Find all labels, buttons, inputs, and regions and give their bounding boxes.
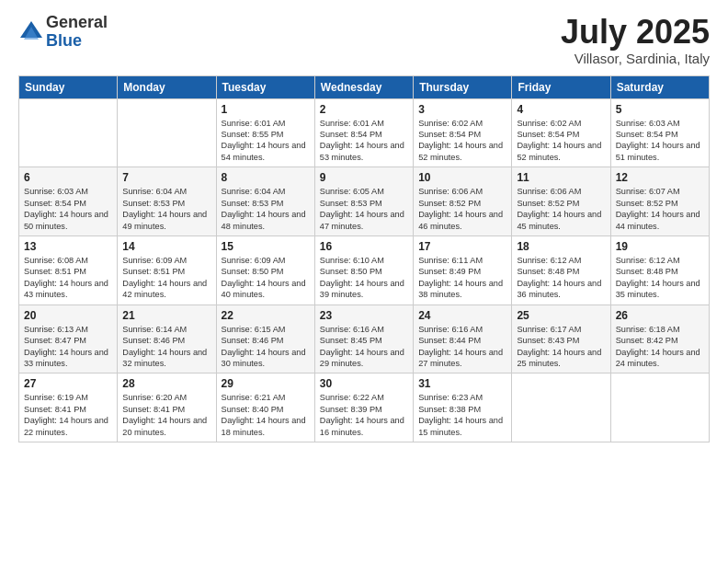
- day-number: 27: [24, 377, 112, 390]
- calendar-cell: 9Sunrise: 6:05 AM Sunset: 8:53 PM Daylig…: [314, 167, 413, 236]
- day-info: Sunrise: 6:23 AM Sunset: 8:38 PM Dayligh…: [418, 392, 506, 438]
- logo: General Blue: [18, 14, 108, 51]
- calendar-cell: 10Sunrise: 6:06 AM Sunset: 8:52 PM Dayli…: [414, 167, 512, 236]
- calendar-cell: 20Sunrise: 6:13 AM Sunset: 8:47 PM Dayli…: [19, 304, 118, 373]
- day-number: 31: [418, 377, 506, 390]
- day-number: 2: [320, 103, 408, 116]
- day-number: 22: [222, 309, 310, 322]
- day-info: Sunrise: 6:05 AM Sunset: 8:53 PM Dayligh…: [320, 186, 408, 232]
- day-number: 10: [418, 171, 506, 184]
- day-number: 24: [418, 309, 506, 322]
- day-info: Sunrise: 6:04 AM Sunset: 8:53 PM Dayligh…: [222, 186, 310, 232]
- day-info: Sunrise: 6:18 AM Sunset: 8:42 PM Dayligh…: [616, 324, 704, 370]
- day-info: Sunrise: 6:03 AM Sunset: 8:54 PM Dayligh…: [616, 118, 704, 164]
- day-info: Sunrise: 6:16 AM Sunset: 8:45 PM Dayligh…: [320, 324, 408, 370]
- day-info: Sunrise: 6:07 AM Sunset: 8:52 PM Dayligh…: [616, 186, 704, 232]
- day-info: Sunrise: 6:20 AM Sunset: 8:41 PM Dayligh…: [122, 392, 210, 438]
- day-number: 17: [418, 240, 506, 253]
- calendar-header-tuesday: Tuesday: [216, 75, 314, 98]
- calendar-cell: 19Sunrise: 6:12 AM Sunset: 8:48 PM Dayli…: [610, 236, 709, 304]
- day-info: Sunrise: 6:21 AM Sunset: 8:40 PM Dayligh…: [222, 392, 310, 438]
- day-info: Sunrise: 6:15 AM Sunset: 8:46 PM Dayligh…: [222, 324, 310, 370]
- calendar-week-5: 27Sunrise: 6:19 AM Sunset: 8:41 PM Dayli…: [19, 373, 710, 442]
- calendar-cell: 21Sunrise: 6:14 AM Sunset: 8:46 PM Dayli…: [118, 304, 216, 373]
- calendar-cell: 8Sunrise: 6:04 AM Sunset: 8:53 PM Daylig…: [216, 167, 314, 236]
- calendar-week-4: 20Sunrise: 6:13 AM Sunset: 8:47 PM Dayli…: [19, 304, 710, 373]
- logo-icon: [18, 19, 44, 45]
- calendar-cell: 18Sunrise: 6:12 AM Sunset: 8:48 PM Dayli…: [512, 236, 610, 304]
- calendar-cell: 5Sunrise: 6:03 AM Sunset: 8:54 PM Daylig…: [610, 98, 709, 167]
- calendar-cell: [118, 98, 216, 167]
- day-info: Sunrise: 6:22 AM Sunset: 8:39 PM Dayligh…: [320, 392, 408, 438]
- calendar-header-saturday: Saturday: [610, 75, 709, 98]
- title-location: Villasor, Sardinia, Italy: [561, 51, 710, 66]
- day-number: 15: [222, 240, 310, 253]
- day-info: Sunrise: 6:01 AM Sunset: 8:54 PM Dayligh…: [320, 118, 408, 164]
- day-info: Sunrise: 6:01 AM Sunset: 8:55 PM Dayligh…: [222, 118, 310, 164]
- day-info: Sunrise: 6:06 AM Sunset: 8:52 PM Dayligh…: [418, 186, 506, 232]
- calendar-cell: 17Sunrise: 6:11 AM Sunset: 8:49 PM Dayli…: [414, 236, 512, 304]
- day-info: Sunrise: 6:12 AM Sunset: 8:48 PM Dayligh…: [517, 255, 605, 301]
- day-number: 8: [222, 171, 310, 184]
- calendar-header-friday: Friday: [512, 75, 610, 98]
- day-info: Sunrise: 6:17 AM Sunset: 8:43 PM Dayligh…: [517, 324, 605, 370]
- day-info: Sunrise: 6:11 AM Sunset: 8:49 PM Dayligh…: [418, 255, 506, 301]
- calendar-cell: 24Sunrise: 6:16 AM Sunset: 8:44 PM Dayli…: [414, 304, 512, 373]
- calendar-cell: [19, 98, 118, 167]
- day-number: 16: [320, 240, 408, 253]
- day-number: 29: [222, 377, 310, 390]
- calendar-week-3: 13Sunrise: 6:08 AM Sunset: 8:51 PM Dayli…: [19, 236, 710, 304]
- calendar-cell: 27Sunrise: 6:19 AM Sunset: 8:41 PM Dayli…: [19, 373, 118, 442]
- calendar-cell: 12Sunrise: 6:07 AM Sunset: 8:52 PM Dayli…: [610, 167, 709, 236]
- day-number: 20: [24, 309, 112, 322]
- calendar: SundayMondayTuesdayWednesdayThursdayFrid…: [18, 75, 710, 442]
- calendar-cell: 6Sunrise: 6:03 AM Sunset: 8:54 PM Daylig…: [19, 167, 118, 236]
- page: General Blue July 2025 Villasor, Sardini…: [0, 0, 728, 563]
- day-number: 1: [222, 103, 310, 116]
- logo-general: General: [46, 14, 108, 32]
- calendar-cell: 1Sunrise: 6:01 AM Sunset: 8:55 PM Daylig…: [216, 98, 314, 167]
- calendar-cell: 7Sunrise: 6:04 AM Sunset: 8:53 PM Daylig…: [118, 167, 216, 236]
- day-number: 11: [517, 171, 605, 184]
- day-number: 18: [517, 240, 605, 253]
- day-info: Sunrise: 6:02 AM Sunset: 8:54 PM Dayligh…: [418, 118, 506, 164]
- calendar-cell: 30Sunrise: 6:22 AM Sunset: 8:39 PM Dayli…: [314, 373, 413, 442]
- calendar-cell: 31Sunrise: 6:23 AM Sunset: 8:38 PM Dayli…: [414, 373, 512, 442]
- day-info: Sunrise: 6:10 AM Sunset: 8:50 PM Dayligh…: [320, 255, 408, 301]
- day-info: Sunrise: 6:09 AM Sunset: 8:51 PM Dayligh…: [122, 255, 210, 301]
- calendar-cell: 15Sunrise: 6:09 AM Sunset: 8:50 PM Dayli…: [216, 236, 314, 304]
- day-number: 12: [616, 171, 704, 184]
- header: General Blue July 2025 Villasor, Sardini…: [18, 14, 710, 66]
- day-info: Sunrise: 6:04 AM Sunset: 8:53 PM Dayligh…: [122, 186, 210, 232]
- day-info: Sunrise: 6:06 AM Sunset: 8:52 PM Dayligh…: [517, 186, 605, 232]
- calendar-header-thursday: Thursday: [414, 75, 512, 98]
- day-info: Sunrise: 6:14 AM Sunset: 8:46 PM Dayligh…: [122, 324, 210, 370]
- day-number: 9: [320, 171, 408, 184]
- day-info: Sunrise: 6:12 AM Sunset: 8:48 PM Dayligh…: [616, 255, 704, 301]
- day-info: Sunrise: 6:02 AM Sunset: 8:54 PM Dayligh…: [517, 118, 605, 164]
- calendar-cell: 3Sunrise: 6:02 AM Sunset: 8:54 PM Daylig…: [414, 98, 512, 167]
- calendar-cell: 14Sunrise: 6:09 AM Sunset: 8:51 PM Dayli…: [118, 236, 216, 304]
- day-number: 19: [616, 240, 704, 253]
- day-number: 7: [122, 171, 210, 184]
- calendar-cell: 28Sunrise: 6:20 AM Sunset: 8:41 PM Dayli…: [118, 373, 216, 442]
- day-number: 21: [122, 309, 210, 322]
- title-block: July 2025 Villasor, Sardinia, Italy: [561, 14, 710, 66]
- calendar-header-wednesday: Wednesday: [314, 75, 413, 98]
- day-number: 23: [320, 309, 408, 322]
- day-number: 25: [517, 309, 605, 322]
- calendar-cell: 4Sunrise: 6:02 AM Sunset: 8:54 PM Daylig…: [512, 98, 610, 167]
- day-info: Sunrise: 6:03 AM Sunset: 8:54 PM Dayligh…: [24, 186, 112, 232]
- calendar-cell: 13Sunrise: 6:08 AM Sunset: 8:51 PM Dayli…: [19, 236, 118, 304]
- day-info: Sunrise: 6:19 AM Sunset: 8:41 PM Dayligh…: [24, 392, 112, 438]
- calendar-cell: [512, 373, 610, 442]
- title-month: July 2025: [561, 14, 710, 51]
- day-info: Sunrise: 6:13 AM Sunset: 8:47 PM Dayligh…: [24, 324, 112, 370]
- calendar-cell: 29Sunrise: 6:21 AM Sunset: 8:40 PM Dayli…: [216, 373, 314, 442]
- calendar-cell: 23Sunrise: 6:16 AM Sunset: 8:45 PM Dayli…: [314, 304, 413, 373]
- logo-blue: Blue: [46, 32, 108, 51]
- day-number: 26: [616, 309, 704, 322]
- day-number: 4: [517, 103, 605, 116]
- day-number: 13: [24, 240, 112, 253]
- calendar-header-monday: Monday: [118, 75, 216, 98]
